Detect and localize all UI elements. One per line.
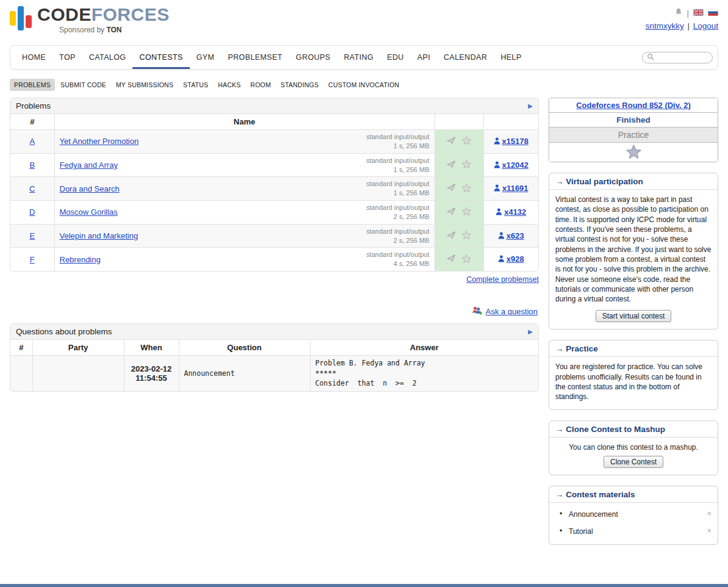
solved-count-link[interactable]: x11691 — [502, 184, 528, 193]
contest-subnav-item[interactable]: HACKS — [214, 79, 245, 91]
submit-paper-plane-icon[interactable] — [447, 136, 456, 147]
contest-subnav-item[interactable]: STATUS — [179, 79, 212, 91]
nav-link[interactable]: HOME — [15, 46, 52, 69]
logout-link[interactable]: Logout — [693, 21, 718, 31]
favorite-star-icon[interactable] — [462, 231, 471, 241]
codeforces-logo[interactable]: CODEFORCES Sponsored by TON — [10, 5, 170, 34]
problem-name-link[interactable]: Yet Another Promotion — [60, 137, 139, 146]
favorite-star-icon[interactable] — [626, 145, 641, 160]
clone-contest-button[interactable]: Clone Contest — [604, 456, 663, 468]
contest-subnav-item[interactable]: MY SUBMISSIONS — [112, 79, 178, 91]
notifications-bell-icon[interactable] — [674, 7, 683, 18]
nav-link[interactable]: API — [411, 46, 437, 69]
nav-item[interactable]: HOME — [15, 46, 52, 69]
subnav-link[interactable]: CUSTOM INVOCATION — [324, 79, 403, 91]
contest-subnav-item[interactable]: CUSTOM INVOCATION — [324, 79, 403, 91]
language-ru-flag-icon[interactable] — [708, 9, 718, 18]
submit-paper-plane-icon[interactable] — [447, 254, 456, 265]
favorite-star-icon[interactable] — [462, 136, 471, 146]
problem-name-link[interactable]: Velepin and Marketing — [60, 231, 139, 240]
nav-item[interactable]: CATALOG — [82, 46, 133, 69]
nav-item[interactable]: API — [411, 46, 437, 69]
main-nav: HOME TOP CATALOG CONTESTS GYM PROBLEMSET… — [10, 45, 718, 70]
subnav-link[interactable]: SUBMIT CODE — [56, 79, 110, 91]
problem-index-link[interactable]: D — [29, 207, 35, 217]
problem-name-link[interactable]: Dora and Search — [60, 184, 120, 193]
problem-io: standard input/output — [366, 203, 429, 212]
contest-material-item[interactable]: Tutorial × — [549, 523, 718, 540]
username-link[interactable]: sntmxykky — [646, 21, 684, 31]
subnav-link[interactable]: PROBLEMS — [10, 79, 55, 91]
submit-paper-plane-icon[interactable] — [447, 183, 456, 194]
problem-index-link[interactable]: F — [30, 255, 35, 264]
nav-item[interactable]: EDU — [380, 46, 411, 69]
problem-index-link[interactable]: A — [29, 137, 35, 146]
problem-actions-cell — [434, 177, 483, 201]
nav-item[interactable]: GYM — [190, 46, 222, 69]
nav-link[interactable]: TOP — [52, 46, 82, 69]
problem-index-link[interactable]: E — [29, 231, 35, 240]
ask-question-link[interactable]: Ask a question — [486, 307, 538, 316]
contest-subnav-item[interactable]: PROBLEMS — [10, 79, 55, 91]
favorite-star-icon[interactable] — [462, 160, 471, 170]
nav-link[interactable]: HELP — [494, 46, 528, 69]
subnav-link[interactable]: STATUS — [179, 79, 212, 91]
subnav-link[interactable]: ROOM — [246, 79, 275, 91]
nav-link[interactable]: RATING — [337, 46, 380, 69]
favorite-star-icon[interactable] — [462, 207, 471, 217]
complete-problemset-link[interactable]: Complete problemset — [466, 275, 539, 284]
subnav-link[interactable]: HACKS — [214, 79, 245, 91]
contest-subnav-item[interactable]: ROOM — [246, 79, 275, 91]
nav-link[interactable]: CATALOG — [82, 46, 133, 69]
subnav-link[interactable]: MY SUBMISSIONS — [112, 79, 178, 91]
nav-item[interactable]: CONTESTS — [132, 46, 189, 69]
nav-link[interactable]: GROUPS — [289, 46, 337, 69]
nav-link[interactable]: EDU — [380, 46, 411, 69]
expand-arrow-icon[interactable]: ▶ — [528, 329, 533, 335]
solved-count-link[interactable]: x12042 — [502, 160, 528, 170]
contest-subnav-item[interactable]: SUBMIT CODE — [56, 79, 110, 91]
top-icons: | — [646, 7, 718, 18]
close-icon[interactable]: × — [707, 509, 712, 518]
material-label[interactable]: Tutorial — [569, 527, 593, 536]
problem-index-link[interactable]: B — [29, 160, 35, 170]
submit-paper-plane-icon[interactable] — [447, 207, 456, 218]
search-box[interactable] — [642, 52, 713, 63]
practice-title: → Practice — [549, 340, 718, 357]
search-input[interactable] — [657, 52, 708, 62]
favorite-star-icon[interactable] — [462, 184, 471, 194]
solved-count-link[interactable]: x623 — [506, 231, 524, 240]
nav-item[interactable]: GROUPS — [289, 46, 337, 69]
contest-material-item[interactable]: Announcement × — [549, 506, 718, 523]
nav-item[interactable]: CALENDAR — [437, 46, 494, 69]
favorite-star-icon[interactable] — [462, 254, 471, 265]
nav-item[interactable]: RATING — [337, 46, 380, 69]
expand-arrow-icon[interactable]: ▶ — [528, 103, 533, 109]
solved-count-link[interactable]: x15178 — [502, 137, 528, 146]
nav-link[interactable]: CALENDAR — [437, 46, 494, 69]
nav-item[interactable]: HELP — [494, 46, 528, 69]
contest-mode: Practice — [549, 128, 718, 143]
subnav-link[interactable]: STANDINGS — [276, 79, 323, 91]
problem-name-link[interactable]: Rebrending — [60, 255, 101, 264]
problem-name-link[interactable]: Fedya and Array — [60, 160, 118, 170]
material-label[interactable]: Announcement — [569, 510, 618, 519]
nav-item[interactable]: PROBLEMSET — [221, 46, 289, 69]
contest-title-link[interactable]: Codeforces Round 852 (Div. 2) — [576, 101, 691, 110]
start-virtual-contest-button[interactable]: Start virtual contest — [596, 310, 672, 322]
close-icon[interactable]: × — [707, 526, 712, 535]
nav-link[interactable]: CONTESTS — [132, 46, 189, 69]
nav-link[interactable]: PROBLEMSET — [221, 46, 289, 69]
submit-paper-plane-icon[interactable] — [447, 231, 456, 242]
problem-index-link[interactable]: C — [29, 184, 35, 193]
contest-subnav-item[interactable]: STANDINGS — [276, 79, 323, 91]
nav-link[interactable]: GYM — [190, 46, 222, 69]
solved-count-link[interactable]: x4132 — [504, 207, 526, 217]
language-en-flag-icon[interactable] — [693, 9, 704, 18]
nav-item[interactable]: TOP — [52, 46, 82, 69]
solved-count-link[interactable]: x928 — [506, 254, 524, 264]
virtual-participation-box: → Virtual participation Virtual contest … — [549, 173, 718, 330]
submit-paper-plane-icon[interactable] — [447, 160, 456, 171]
problem-actions-cell — [434, 224, 483, 248]
problem-name-link[interactable]: Moscow Gorillas — [60, 207, 118, 217]
